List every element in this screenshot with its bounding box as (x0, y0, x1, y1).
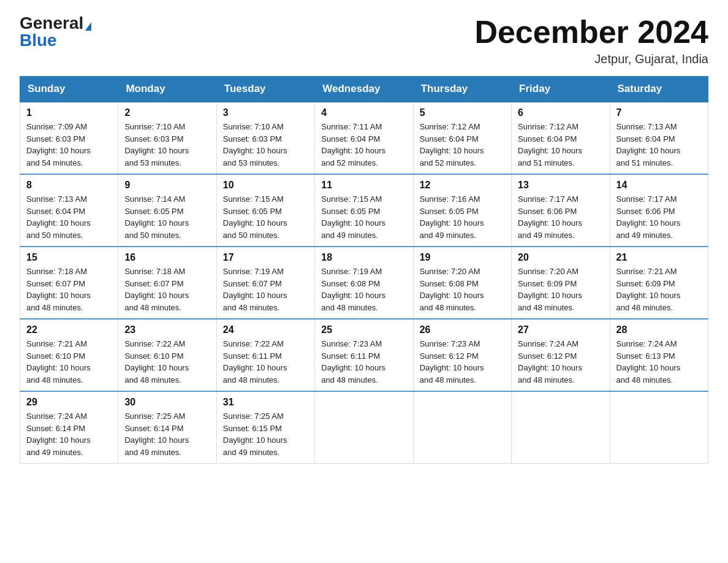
day-info: Sunrise: 7:20 AMSunset: 6:09 PMDaylight:… (518, 267, 582, 312)
day-number: 14 (616, 180, 702, 191)
day-number: 5 (420, 107, 505, 118)
day-info: Sunrise: 7:12 AMSunset: 6:04 PMDaylight:… (420, 122, 484, 167)
day-number: 2 (124, 107, 210, 118)
month-title: December 2024 (474, 15, 708, 50)
calendar-cell: 10 Sunrise: 7:15 AMSunset: 6:05 PMDaylig… (216, 174, 314, 247)
calendar-cell: 2 Sunrise: 7:10 AMSunset: 6:03 PMDayligh… (118, 102, 216, 174)
day-number: 18 (321, 252, 406, 263)
calendar-cell: 26 Sunrise: 7:23 AMSunset: 6:12 PMDaylig… (413, 319, 511, 391)
day-info: Sunrise: 7:21 AMSunset: 6:10 PMDaylight:… (26, 339, 91, 385)
col-header-sunday: Sunday (20, 77, 118, 102)
logo-general-row: General (20, 15, 91, 32)
day-info: Sunrise: 7:25 AMSunset: 6:14 PMDaylight:… (124, 412, 189, 457)
day-number: 10 (223, 180, 308, 191)
day-info: Sunrise: 7:19 AMSunset: 6:07 PMDaylight:… (223, 267, 287, 312)
calendar-week-5: 29 Sunrise: 7:24 AMSunset: 6:14 PMDaylig… (20, 391, 708, 464)
calendar-cell: 30 Sunrise: 7:25 AMSunset: 6:14 PMDaylig… (118, 391, 216, 464)
day-number: 7 (616, 107, 702, 118)
day-info: Sunrise: 7:22 AMSunset: 6:10 PMDaylight:… (124, 339, 189, 385)
day-info: Sunrise: 7:19 AMSunset: 6:08 PMDaylight:… (321, 267, 385, 312)
day-info: Sunrise: 7:15 AMSunset: 6:05 PMDaylight:… (321, 194, 385, 240)
day-info: Sunrise: 7:10 AMSunset: 6:03 PMDaylight:… (124, 122, 189, 167)
logo: General Blue (20, 15, 91, 49)
day-info: Sunrise: 7:24 AMSunset: 6:12 PMDaylight:… (518, 339, 582, 385)
calendar-cell: 13 Sunrise: 7:17 AMSunset: 6:06 PMDaylig… (512, 174, 610, 247)
logo-triangle-icon (85, 22, 91, 31)
calendar-cell (512, 391, 610, 464)
col-header-saturday: Saturday (610, 77, 708, 102)
day-info: Sunrise: 7:15 AMSunset: 6:05 PMDaylight:… (223, 194, 287, 240)
day-info: Sunrise: 7:09 AMSunset: 6:03 PMDaylight:… (26, 122, 91, 167)
day-info: Sunrise: 7:16 AMSunset: 6:05 PMDaylight:… (420, 194, 484, 240)
day-number: 22 (26, 324, 112, 335)
day-info: Sunrise: 7:24 AMSunset: 6:14 PMDaylight:… (26, 412, 91, 457)
day-info: Sunrise: 7:13 AMSunset: 6:04 PMDaylight:… (26, 194, 91, 240)
location: Jetpur, Gujarat, India (474, 52, 708, 66)
calendar-cell: 4 Sunrise: 7:11 AMSunset: 6:04 PMDayligh… (315, 102, 413, 174)
day-number: 25 (321, 324, 406, 335)
calendar-cell: 18 Sunrise: 7:19 AMSunset: 6:08 PMDaylig… (315, 247, 413, 319)
day-number: 24 (223, 324, 308, 335)
day-info: Sunrise: 7:23 AMSunset: 6:11 PMDaylight:… (321, 339, 385, 385)
logo-blue-row: Blue (20, 32, 57, 49)
day-info: Sunrise: 7:13 AMSunset: 6:04 PMDaylight:… (616, 122, 681, 167)
day-info: Sunrise: 7:23 AMSunset: 6:12 PMDaylight:… (420, 339, 484, 385)
day-info: Sunrise: 7:21 AMSunset: 6:09 PMDaylight:… (616, 267, 681, 312)
calendar-cell: 25 Sunrise: 7:23 AMSunset: 6:11 PMDaylig… (315, 319, 413, 391)
day-number: 8 (26, 180, 112, 191)
calendar-week-3: 15 Sunrise: 7:18 AMSunset: 6:07 PMDaylig… (20, 247, 708, 319)
calendar-cell: 21 Sunrise: 7:21 AMSunset: 6:09 PMDaylig… (610, 247, 708, 319)
day-info: Sunrise: 7:17 AMSunset: 6:06 PMDaylight:… (518, 194, 582, 240)
calendar-cell: 27 Sunrise: 7:24 AMSunset: 6:12 PMDaylig… (512, 319, 610, 391)
day-info: Sunrise: 7:18 AMSunset: 6:07 PMDaylight:… (26, 267, 91, 312)
day-number: 6 (518, 107, 603, 118)
col-header-tuesday: Tuesday (216, 77, 314, 102)
day-number: 30 (124, 397, 210, 408)
day-info: Sunrise: 7:10 AMSunset: 6:03 PMDaylight:… (223, 122, 287, 167)
calendar-cell: 24 Sunrise: 7:22 AMSunset: 6:11 PMDaylig… (216, 319, 314, 391)
calendar-cell: 7 Sunrise: 7:13 AMSunset: 6:04 PMDayligh… (610, 102, 708, 174)
day-number: 27 (518, 324, 603, 335)
logo-blue-text: Blue (20, 31, 57, 50)
day-info: Sunrise: 7:17 AMSunset: 6:06 PMDaylight:… (616, 194, 681, 240)
calendar-cell (315, 391, 413, 464)
day-info: Sunrise: 7:24 AMSunset: 6:13 PMDaylight:… (616, 339, 681, 385)
day-number: 9 (124, 180, 210, 191)
day-info: Sunrise: 7:11 AMSunset: 6:04 PMDaylight:… (321, 122, 385, 167)
calendar-cell: 8 Sunrise: 7:13 AMSunset: 6:04 PMDayligh… (20, 174, 118, 247)
day-info: Sunrise: 7:22 AMSunset: 6:11 PMDaylight:… (223, 339, 287, 385)
day-number: 20 (518, 252, 603, 263)
col-header-thursday: Thursday (413, 77, 511, 102)
calendar-cell: 11 Sunrise: 7:15 AMSunset: 6:05 PMDaylig… (315, 174, 413, 247)
day-info: Sunrise: 7:12 AMSunset: 6:04 PMDaylight:… (518, 122, 582, 167)
col-header-wednesday: Wednesday (315, 77, 413, 102)
day-number: 19 (420, 252, 505, 263)
calendar-cell: 9 Sunrise: 7:14 AMSunset: 6:05 PMDayligh… (118, 174, 216, 247)
day-info: Sunrise: 7:25 AMSunset: 6:15 PMDaylight:… (223, 412, 287, 457)
day-number: 17 (223, 252, 308, 263)
calendar-cell: 14 Sunrise: 7:17 AMSunset: 6:06 PMDaylig… (610, 174, 708, 247)
calendar-cell: 16 Sunrise: 7:18 AMSunset: 6:07 PMDaylig… (118, 247, 216, 319)
calendar-cell: 31 Sunrise: 7:25 AMSunset: 6:15 PMDaylig… (216, 391, 314, 464)
calendar-cell (413, 391, 511, 464)
day-info: Sunrise: 7:20 AMSunset: 6:08 PMDaylight:… (420, 267, 484, 312)
day-info: Sunrise: 7:18 AMSunset: 6:07 PMDaylight:… (124, 267, 189, 312)
calendar-week-1: 1 Sunrise: 7:09 AMSunset: 6:03 PMDayligh… (20, 102, 708, 174)
calendar-table: SundayMondayTuesdayWednesdayThursdayFrid… (20, 76, 708, 464)
col-header-friday: Friday (512, 77, 610, 102)
day-number: 21 (616, 252, 702, 263)
calendar-cell: 23 Sunrise: 7:22 AMSunset: 6:10 PMDaylig… (118, 319, 216, 391)
calendar-cell: 1 Sunrise: 7:09 AMSunset: 6:03 PMDayligh… (20, 102, 118, 174)
calendar-cell: 22 Sunrise: 7:21 AMSunset: 6:10 PMDaylig… (20, 319, 118, 391)
day-number: 23 (124, 324, 210, 335)
day-number: 26 (420, 324, 505, 335)
day-number: 15 (26, 252, 112, 263)
day-number: 11 (321, 180, 406, 191)
day-number: 1 (26, 107, 112, 118)
calendar-week-4: 22 Sunrise: 7:21 AMSunset: 6:10 PMDaylig… (20, 319, 708, 391)
calendar-cell: 6 Sunrise: 7:12 AMSunset: 6:04 PMDayligh… (512, 102, 610, 174)
day-number: 16 (124, 252, 210, 263)
page-header: General Blue December 2024 Jetpur, Gujar… (20, 15, 708, 66)
calendar-cell: 15 Sunrise: 7:18 AMSunset: 6:07 PMDaylig… (20, 247, 118, 319)
day-number: 13 (518, 180, 603, 191)
